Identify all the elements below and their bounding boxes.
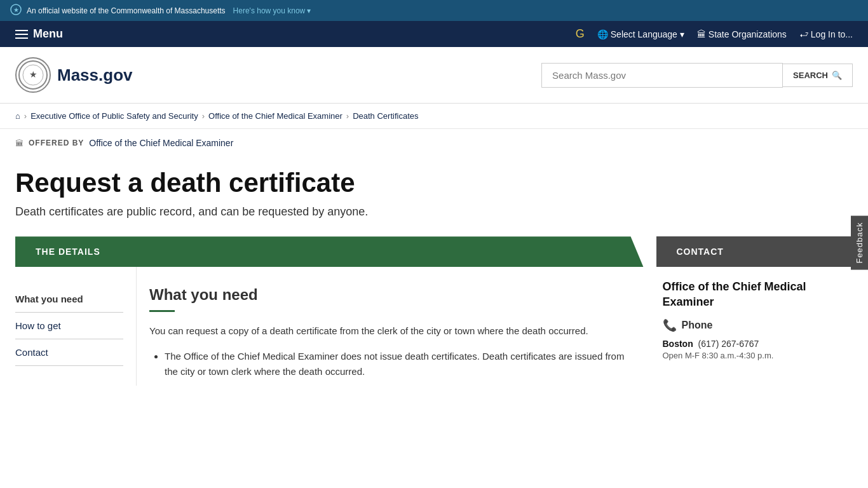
official-text: An official website of the Commonwealth … bbox=[27, 6, 226, 15]
breadcrumb-sep-2: › bbox=[202, 111, 205, 121]
breadcrumb-item-2[interactable]: Office of the Chief Medical Examiner bbox=[208, 111, 342, 121]
svg-text:★: ★ bbox=[29, 69, 37, 79]
contact-city-line: Boston (617) 267-6767 bbox=[663, 339, 853, 349]
google-translate-icon: G bbox=[576, 27, 585, 41]
phone-icon: 📞 bbox=[663, 318, 677, 332]
hamburger-icon bbox=[15, 30, 28, 39]
site-logo-text: Mass.gov bbox=[57, 65, 133, 85]
content-layout: THE DETAILS What you need How to get Con… bbox=[15, 236, 853, 386]
state-organizations-btn[interactable]: 🏛 State Organizations bbox=[697, 29, 787, 39]
tab-bar: THE DETAILS bbox=[15, 236, 644, 267]
sidenav-contact[interactable]: Contact bbox=[15, 339, 123, 366]
breadcrumb-sep-1: › bbox=[24, 111, 27, 121]
offered-by: 🏛 OFFERED BY Office of the Chief Medical… bbox=[0, 129, 868, 152]
building-offered-icon: 🏛 bbox=[15, 139, 24, 148]
building-icon: 🏛 bbox=[697, 29, 706, 39]
contact-number: (617) 267-6767 bbox=[698, 339, 759, 349]
top-bar: ★ An official website of the Commonwealt… bbox=[0, 0, 868, 21]
site-logo[interactable]: ★ Mass.gov bbox=[15, 57, 133, 93]
detail-content: What you need You can request a copy of … bbox=[136, 267, 644, 386]
contact-box: Office of the Chief Medical Examiner 📞 P… bbox=[656, 267, 853, 360]
select-language-btn[interactable]: 🌐 Select Language ▾ bbox=[597, 29, 684, 39]
contact-tab-header[interactable]: CONTACT bbox=[656, 236, 853, 267]
offered-by-org[interactable]: Office of the Chief Medical Examiner bbox=[89, 138, 233, 148]
breadcrumb-sep-3: › bbox=[346, 111, 349, 121]
section-title-underline bbox=[149, 310, 175, 312]
chevron-down-icon: ▾ bbox=[680, 29, 684, 39]
contact-office-name: Office of the Chief Medical Examiner bbox=[663, 280, 853, 309]
seal-icon: ★ bbox=[10, 4, 22, 17]
menu-button[interactable]: Menu bbox=[15, 27, 63, 41]
tab-details[interactable]: THE DETAILS bbox=[15, 236, 644, 267]
side-nav: What you need How to get Contact bbox=[15, 267, 136, 386]
svg-text:★: ★ bbox=[13, 6, 19, 13]
right-column: CONTACT Office of the Chief Medical Exam… bbox=[644, 236, 853, 386]
contact-hours: Open M-F 8:30 a.m.-4:30 p.m. bbox=[663, 351, 853, 360]
feedback-sidebar: Feedback bbox=[851, 215, 868, 272]
login-icon: ⮐ bbox=[799, 29, 808, 39]
section-title: What you need bbox=[149, 286, 625, 304]
log-in-btn[interactable]: ⮐ Log In to... bbox=[799, 29, 853, 39]
list-item-1: The Office of the Chief Medical Examiner… bbox=[165, 349, 625, 379]
main-content: Request a death certificate Death certif… bbox=[0, 152, 868, 411]
globe-icon: 🌐 bbox=[597, 29, 608, 39]
contact-phone-label: Phone bbox=[682, 320, 713, 331]
contact-city: Boston bbox=[663, 339, 693, 349]
breadcrumb: ⌂ › Executive Office of Public Safety an… bbox=[0, 104, 868, 129]
breadcrumb-item-3[interactable]: Death Certificates bbox=[353, 111, 418, 121]
search-icon: 🔍 bbox=[832, 71, 842, 80]
section-intro: You can request a copy of a death certif… bbox=[149, 323, 625, 339]
nav-right: G 🌐 Select Language ▾ 🏛 State Organizati… bbox=[576, 27, 853, 41]
left-column: THE DETAILS What you need How to get Con… bbox=[15, 236, 644, 386]
breadcrumb-item-1[interactable]: Executive Office of Public Safety and Se… bbox=[31, 111, 198, 121]
sidenav-what-you-need[interactable]: What you need bbox=[15, 286, 123, 313]
nav-bar: Menu G 🌐 Select Language ▾ 🏛 State Organ… bbox=[0, 21, 868, 47]
search-area: SEARCH 🔍 bbox=[541, 63, 853, 88]
page-subtitle: Death certificates are public record, an… bbox=[15, 205, 853, 219]
feedback-button[interactable]: Feedback bbox=[851, 215, 868, 269]
content-body: What you need How to get Contact What yo… bbox=[15, 267, 644, 386]
offered-by-label: OFFERED BY bbox=[29, 139, 84, 147]
page-title: Request a death certificate bbox=[15, 168, 853, 198]
sidenav-how-to-get[interactable]: How to get bbox=[15, 313, 123, 339]
contact-phone-row: 📞 Phone bbox=[663, 318, 853, 332]
breadcrumb-home[interactable]: ⌂ bbox=[15, 111, 20, 121]
mass-seal: ★ bbox=[15, 57, 51, 93]
search-button[interactable]: SEARCH 🔍 bbox=[783, 64, 853, 87]
heres-how-link[interactable]: Here's how you know ▾ bbox=[233, 6, 311, 15]
chevron-icon: ▾ bbox=[307, 6, 311, 15]
search-input[interactable] bbox=[541, 63, 783, 88]
site-header: ★ Mass.gov SEARCH 🔍 bbox=[0, 47, 868, 104]
detail-list: The Office of the Chief Medical Examiner… bbox=[149, 349, 625, 379]
